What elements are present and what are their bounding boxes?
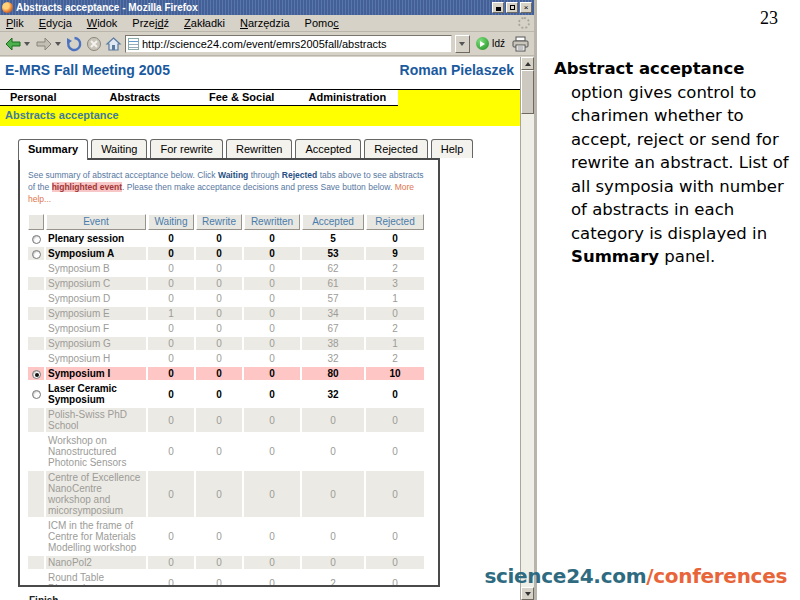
count-cell: 0 (148, 519, 194, 554)
tab-help[interactable]: Help (431, 139, 474, 158)
count-cell: 0 (302, 556, 364, 569)
count-cell: 0 (196, 382, 242, 406)
reload-button[interactable] (66, 36, 83, 52)
nav-items: PersonalAbstractsFee & SocialAdministrat… (0, 90, 398, 106)
count-cell: 61 (302, 277, 364, 290)
nav-personal[interactable]: Personal (0, 91, 100, 103)
scroll-down-button[interactable] (521, 587, 534, 600)
vertical-scrollbar[interactable] (520, 57, 534, 600)
stop-button[interactable] (86, 36, 102, 52)
count-cell: 0 (366, 382, 424, 406)
help-text: See summary of abstract acceptance below… (28, 169, 430, 205)
menu-przejd[interactable]: Przejdź (132, 17, 169, 29)
event-name: NanoPol2 (46, 556, 146, 569)
column-header-rejected[interactable]: Rejected (366, 214, 424, 230)
url-input[interactable]: http://science24.com/event/emrs2005fall/… (125, 35, 452, 53)
go-button[interactable]: Idź (473, 37, 508, 50)
column-header-rewrite[interactable]: Rewrite (196, 214, 242, 230)
table-row: ICM in the frame of Centre for Materials… (28, 519, 424, 554)
count-cell: 0 (196, 337, 242, 350)
scroll-up-button[interactable] (521, 57, 534, 70)
printer-icon (511, 36, 530, 52)
science24-logo: science24.com/conferences (484, 564, 787, 588)
count-cell: 0 (196, 471, 242, 517)
count-cell: 0 (366, 307, 424, 320)
event-name: ICM in the frame of Centre for Materials… (46, 519, 146, 554)
count-cell: 0 (366, 434, 424, 469)
menu-edycja[interactable]: Edycja (39, 17, 72, 29)
tab-summary[interactable]: Summary (18, 139, 88, 160)
nav-abstracts[interactable]: Abstracts (100, 91, 200, 103)
table-row: Centre of Excellence NanoCentre workshop… (28, 471, 424, 517)
column-header-waiting[interactable]: Waiting (148, 214, 194, 230)
menu-widok[interactable]: Widok (87, 17, 118, 29)
minimize-button[interactable] (492, 2, 504, 13)
event-name: Symposium D (46, 292, 146, 305)
event-radio[interactable] (32, 235, 41, 244)
scrollbar-thumb[interactable] (521, 70, 534, 114)
highlighted-event-label: highlighted event (52, 182, 122, 192)
count-cell: 53 (302, 247, 364, 260)
count-cell: 34 (302, 307, 364, 320)
forward-button[interactable] (35, 36, 63, 52)
count-cell: 5 (302, 232, 364, 245)
tab-rewritten[interactable]: Rewritten (226, 139, 292, 158)
count-cell: 0 (244, 571, 300, 587)
count-cell: 0 (366, 471, 424, 517)
user-name: Roman Pielaszek (400, 62, 514, 78)
menu-pomoc[interactable]: Pomoc (305, 17, 339, 29)
maximize-button[interactable] (506, 2, 518, 13)
url-dropdown-button[interactable] (455, 35, 470, 53)
radio-cell (28, 571, 44, 587)
event-radio[interactable] (32, 370, 41, 379)
summary-table: EventWaitingRewriteRewrittenAcceptedReje… (26, 212, 426, 587)
table-row: Laser Ceramic Symposium000320 (28, 382, 424, 406)
count-cell: 0 (244, 519, 300, 554)
table-row: Workshop on Nanostructured Photonic Sens… (28, 434, 424, 469)
menu-narz-dzia[interactable]: Narzędzia (240, 17, 290, 29)
count-cell: 0 (196, 519, 242, 554)
count-cell: 0 (196, 277, 242, 290)
column-header-accepted[interactable]: Accepted (302, 214, 364, 230)
event-radio[interactable] (32, 390, 41, 399)
count-cell: 0 (196, 556, 242, 569)
count-cell: 0 (196, 247, 242, 260)
back-arrow-icon (4, 36, 22, 52)
menu-plik[interactable]: Plik (6, 17, 24, 29)
table-row: NanoPol200000 (28, 556, 424, 569)
count-cell: 0 (148, 247, 194, 260)
count-cell: 0 (148, 232, 194, 245)
nav-fee-social[interactable]: Fee & Social (199, 91, 299, 103)
home-button[interactable] (105, 36, 122, 52)
count-cell: 3 (366, 277, 424, 290)
tab-waiting[interactable]: Waiting (91, 139, 147, 158)
back-button[interactable] (4, 36, 32, 52)
event-name: Symposium I (46, 367, 146, 380)
event-name: Symposium A (46, 247, 146, 260)
count-cell: 0 (244, 367, 300, 380)
table-row: Plenary session00050 (28, 232, 424, 245)
column-header-event[interactable]: Event (46, 214, 146, 230)
count-cell: 2 (302, 571, 364, 587)
help-bold: Waiting (218, 170, 248, 180)
count-cell: 0 (244, 337, 300, 350)
event-name: Symposium G (46, 337, 146, 350)
table-row: Symposium H000322 (28, 352, 424, 365)
event-name: Symposium E (46, 307, 146, 320)
close-button[interactable]: × (520, 2, 532, 13)
count-cell: 0 (148, 277, 194, 290)
throbber-icon (518, 17, 530, 29)
tab-rejected[interactable]: Rejected (364, 139, 427, 158)
menu-zak-adki[interactable]: Zakładki (184, 17, 225, 29)
firefox-icon (2, 2, 13, 13)
main-nav: PersonalAbstractsFee & SocialAdministrat… (0, 89, 520, 106)
count-cell: 0 (196, 571, 242, 587)
slide: Abstracts acceptance - Mozilla Firefox ×… (0, 0, 800, 600)
tab-for-rewrite[interactable]: For rewrite (150, 139, 223, 158)
event-radio[interactable] (32, 250, 41, 259)
tab-accepted[interactable]: Accepted (295, 139, 361, 158)
count-cell: 0 (244, 277, 300, 290)
print-button[interactable] (511, 36, 530, 52)
nav-administration[interactable]: Administration (299, 91, 399, 103)
column-header-rewritten[interactable]: Rewritten (244, 214, 300, 230)
